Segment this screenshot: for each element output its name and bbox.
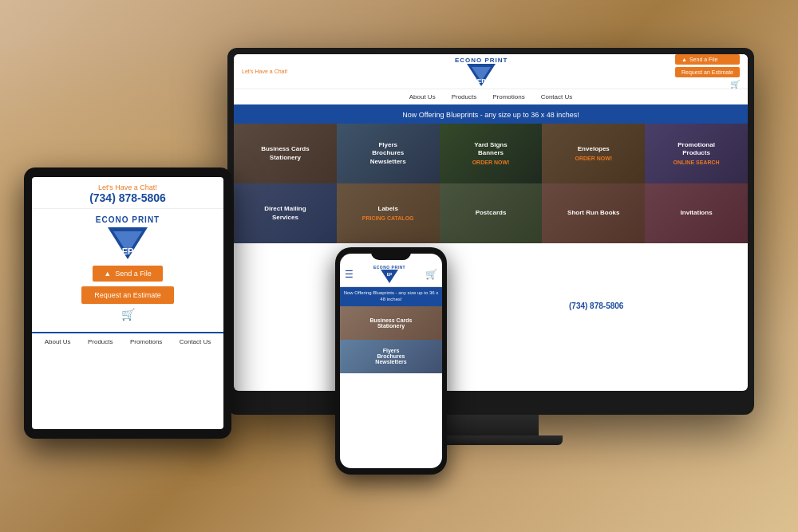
envelopes-order-badge: ORDER NOW! bbox=[575, 155, 612, 162]
phone-logo-triangle: EP bbox=[381, 270, 398, 283]
phone-number: (734) 878-5806 bbox=[569, 301, 681, 391]
tablet-device: Let's Have a Chat! (734) 878-5806 ECONO … bbox=[24, 167, 231, 439]
product-cell-promo[interactable]: PromotionalProducts ONLINE SEARCH bbox=[645, 124, 748, 183]
tablet-logo-icon: EP bbox=[108, 227, 148, 259]
product-cell-invitations[interactable]: Invitations bbox=[645, 183, 748, 243]
product-grid-row2: Direct MailingServices Labels PRICING CA… bbox=[234, 183, 748, 243]
product-cell-short-run-books[interactable]: Short Run Books bbox=[542, 183, 645, 243]
logo-abbr: EP bbox=[477, 77, 486, 85]
product-cell-yard-signs[interactable]: Yard SignsBanners ORDER NOW! bbox=[440, 124, 543, 183]
product-cell-direct-mail[interactable]: Direct MailingServices bbox=[234, 183, 337, 243]
tablet-outer: Let's Have a Chat! (734) 878-5806 ECONO … bbox=[24, 167, 231, 439]
phone-bezel: ☰ ECONO PRINT EP 🛒 Now Offering Blueprin… bbox=[340, 254, 442, 468]
product-label-books: Short Run Books bbox=[567, 209, 619, 217]
tablet-header: Let's Have a Chat! (734) 878-5806 bbox=[32, 177, 223, 209]
site-header: Let's Have a Chat! (734) 878-5806 ECONO … bbox=[234, 54, 748, 89]
tablet-nav-products[interactable]: Products bbox=[88, 338, 113, 345]
nav-promotions[interactable]: Promotions bbox=[492, 93, 524, 100]
tablet-nav-promotions[interactable]: Promotions bbox=[130, 338, 162, 345]
phone-product-label-flyers: FlyersBrochuresNewsletters bbox=[375, 348, 406, 365]
product-cell-postcards[interactable]: Postcards bbox=[440, 183, 543, 243]
product-cell-business-cards[interactable]: Business CardsStationery bbox=[234, 124, 337, 183]
product-label-envelopes: Envelopes bbox=[578, 145, 610, 153]
product-cell-flyers[interactable]: FlyersBrochuresNewsletters bbox=[337, 124, 440, 183]
product-grid-row1: Business CardsStationery FlyersBrochures… bbox=[234, 124, 748, 183]
tablet-upload-icon: ▲ bbox=[104, 270, 111, 278]
promo-search-badge: ONLINE SEARCH bbox=[674, 159, 720, 166]
nav-contact[interactable]: Contact Us bbox=[541, 93, 573, 100]
product-cell-labels[interactable]: Labels PRICING CATALOG bbox=[337, 183, 440, 243]
phone-product-cell-flyers[interactable]: FlyersBrochuresNewsletters bbox=[340, 340, 442, 373]
phone-product-cell-business-cards[interactable]: Business CardsStationery bbox=[340, 306, 442, 340]
tablet-logo-abbr: EP bbox=[122, 246, 134, 256]
site-header-actions: ▲ Send a File Request an Estimate 🛒 bbox=[675, 54, 740, 89]
phone-product-cells: Business CardsStationery FlyersBrochures… bbox=[340, 306, 442, 373]
tablet-nav: About Us Products Promotions Contact Us bbox=[32, 332, 223, 350]
phone-screen: ☰ ECONO PRINT EP 🛒 Now Offering Blueprin… bbox=[340, 254, 442, 468]
phone-cart-icon[interactable]: 🛒 bbox=[425, 269, 437, 280]
logo-icon: EP bbox=[467, 64, 496, 86]
monitor-screen: Let's Have a Chat! (734) 878-5806 ECONO … bbox=[234, 54, 748, 391]
phone-logo-abbr: EP bbox=[387, 272, 393, 277]
phone-outer: ☰ ECONO PRINT EP 🛒 Now Offering Blueprin… bbox=[335, 247, 447, 475]
monitor-bezel: Let's Have a Chat! (734) 878-5806 ECONO … bbox=[234, 54, 748, 391]
tablet-bezel: Let's Have a Chat! (734) 878-5806 ECONO … bbox=[32, 177, 223, 429]
product-label-dm: Direct MailingServices bbox=[264, 205, 306, 222]
promo-banner: Now Offering Blueprints - any size up to… bbox=[234, 106, 748, 124]
tablet-cart-icon[interactable]: 🛒 bbox=[121, 308, 135, 321]
tablet-nav-contact[interactable]: Contact Us bbox=[180, 338, 211, 345]
desktop-monitor: Let's Have a Chat! (734) 878-5806 ECONO … bbox=[227, 48, 754, 415]
site-header-contact: Let's Have a Chat! (734) 878-5806 bbox=[242, 69, 287, 74]
logo-company-name: ECONO PRINT bbox=[455, 57, 508, 64]
product-label-invitations: Invitations bbox=[681, 209, 713, 217]
labels-catalog-badge: PRICING CATALOG bbox=[362, 215, 414, 222]
scene: Let's Have a Chat! (734) 878-5806 ECONO … bbox=[0, 0, 798, 532]
product-label-bc: Business CardsStationery bbox=[261, 145, 309, 162]
request-estimate-button[interactable]: Request an Estimate bbox=[675, 67, 740, 77]
chat-prompt: Let's Have a Chat! bbox=[242, 69, 287, 74]
product-label-yardsigns: Yard SignsBanners bbox=[474, 141, 507, 158]
yard-signs-order-badge: ORDER NOW! bbox=[472, 159, 510, 166]
tablet-logo-text: ECONO PRINT bbox=[96, 215, 160, 224]
phone-logo-mini: ECONO PRINT EP bbox=[373, 265, 405, 283]
tablet-logo-area: ECONO PRINT EP ▲ Send a File Request an … bbox=[32, 209, 223, 327]
tablet-estimate-button[interactable]: Request an Estimate bbox=[81, 286, 174, 304]
tablet-screen: Let's Have a Chat! (734) 878-5806 ECONO … bbox=[32, 177, 223, 429]
phone-promo-banner: Now Offering Blueprints - any size up to… bbox=[340, 287, 442, 306]
monitor-outer: Let's Have a Chat! (734) 878-5806 ECONO … bbox=[227, 48, 754, 415]
site-nav: About Us Products Promotions Contact Us bbox=[234, 89, 748, 106]
tablet-nav-about[interactable]: About Us bbox=[45, 338, 71, 345]
cart-icon[interactable]: 🛒 bbox=[675, 80, 740, 89]
phone-notch bbox=[371, 247, 411, 260]
tablet-send-file-button[interactable]: ▲ Send a File bbox=[93, 266, 162, 282]
product-cell-envelopes[interactable]: Envelopes ORDER NOW! bbox=[542, 124, 645, 183]
nav-about[interactable]: About Us bbox=[409, 93, 436, 100]
phone-product-label-bc: Business CardsStationery bbox=[370, 317, 413, 329]
tablet-chat-prompt: Let's Have a Chat! bbox=[40, 183, 215, 191]
site-logo: ECONO PRINT EP bbox=[455, 57, 508, 86]
product-label-postcards: Postcards bbox=[476, 209, 507, 217]
product-label-labels: Labels bbox=[378, 205, 398, 213]
upload-icon: ▲ bbox=[681, 57, 687, 62]
phone-menu-icon[interactable]: ☰ bbox=[345, 269, 354, 280]
nav-products[interactable]: Products bbox=[452, 93, 477, 100]
product-label-promo: PromotionalProducts bbox=[678, 141, 715, 158]
tablet-phone-number: (734) 878-5806 bbox=[40, 191, 215, 204]
phone-device: ☰ ECONO PRINT EP 🛒 Now Offering Blueprin… bbox=[335, 247, 447, 475]
product-label-flyers: FlyersBrochuresNewsletters bbox=[370, 141, 406, 166]
send-file-button[interactable]: ▲ Send a File bbox=[675, 54, 740, 65]
